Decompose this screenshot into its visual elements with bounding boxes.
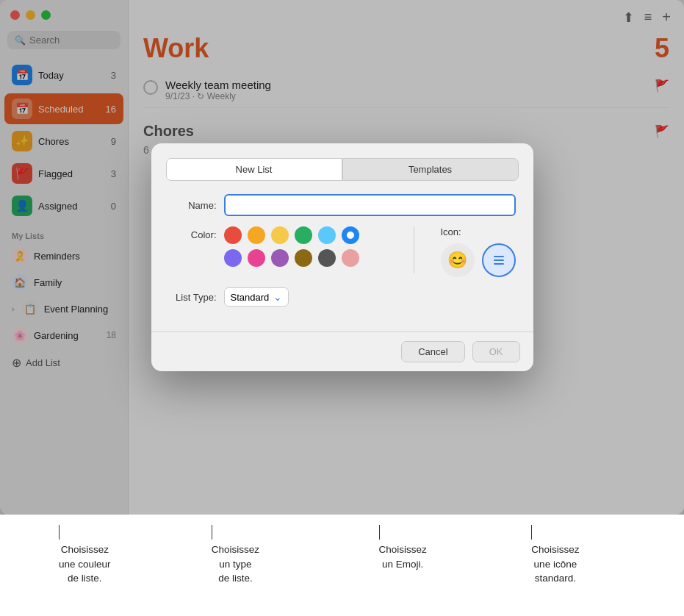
tab-templates[interactable]: Templates xyxy=(342,158,519,181)
color-red[interactable] xyxy=(224,226,242,244)
color-label: Color: xyxy=(169,229,217,240)
color-icon-row: Color: xyxy=(169,226,516,277)
annotation-color: Choisissezune couleurde liste. xyxy=(15,525,197,586)
list-type-dropdown[interactable]: Standard ⌄ xyxy=(224,287,289,307)
annotation-line-standard xyxy=(531,525,532,540)
color-row-1 xyxy=(224,226,402,244)
color-icon-divider xyxy=(414,226,414,273)
annotation-type: Choisissezun typede liste. xyxy=(197,525,350,586)
annotation-standard: Choisissezune icônestandard. xyxy=(516,525,669,586)
name-input[interactable] xyxy=(224,194,516,216)
color-light-pink[interactable] xyxy=(342,249,359,267)
color-orange[interactable] xyxy=(248,226,265,244)
svg-rect-0 xyxy=(494,256,504,257)
list-type-label: List Type: xyxy=(169,292,217,303)
modal-overlay: New List Templates Name: Color: xyxy=(0,0,684,515)
new-list-modal: New List Templates Name: Color: xyxy=(151,143,533,371)
dropdown-arrow-icon: ⌄ xyxy=(273,291,282,303)
standard-icon-choice[interactable] xyxy=(482,243,516,277)
list-lines-icon xyxy=(492,253,506,268)
color-picker xyxy=(224,226,402,272)
icon-section: Icon: 😊 xyxy=(441,226,516,277)
annotation-text-color: Choisissezune couleurde liste. xyxy=(59,542,111,586)
svg-rect-2 xyxy=(494,263,504,265)
list-type-row: List Type: Standard ⌄ xyxy=(169,287,516,307)
annotation-text-type: Choisissezun typede liste. xyxy=(212,542,259,586)
modal-actions: Cancel OK xyxy=(151,332,533,371)
name-label: Name: xyxy=(169,200,217,211)
annotation-area: Choisissezune couleurde liste. Choisisse… xyxy=(0,515,684,616)
list-type-value: Standard xyxy=(231,292,270,303)
icon-choices: 😊 xyxy=(441,243,516,277)
color-blue[interactable] xyxy=(342,226,359,244)
modal-body: Name: Color: xyxy=(151,194,533,320)
tab-new-list[interactable]: New List xyxy=(166,158,342,181)
annotation-emoji: Choisissezun Emoji. xyxy=(350,525,517,571)
svg-rect-1 xyxy=(494,259,504,261)
annotation-line-emoji xyxy=(379,525,380,540)
annotation-text-emoji: Choisissezun Emoji. xyxy=(379,542,427,571)
color-yellow[interactable] xyxy=(271,226,289,244)
annotation-line-color xyxy=(59,525,60,540)
color-brown[interactable] xyxy=(295,249,312,267)
icon-label: Icon: xyxy=(441,226,461,237)
ok-button[interactable]: OK xyxy=(472,341,520,362)
color-purple[interactable] xyxy=(224,249,242,267)
annotation-text-standard: Choisissezune icônestandard. xyxy=(531,542,579,586)
annotation-line-type xyxy=(212,525,212,540)
color-light-blue[interactable] xyxy=(318,226,336,244)
cancel-button[interactable]: Cancel xyxy=(401,341,464,362)
color-row-2 xyxy=(224,249,402,267)
color-green[interactable] xyxy=(295,226,312,244)
color-dark-gray[interactable] xyxy=(318,249,336,267)
name-row: Name: xyxy=(169,194,516,216)
color-purple2[interactable] xyxy=(271,249,289,267)
emoji-icon-choice[interactable]: 😊 xyxy=(441,243,475,277)
color-pink-red[interactable] xyxy=(248,249,265,267)
modal-tabs: New List Templates xyxy=(166,158,519,181)
